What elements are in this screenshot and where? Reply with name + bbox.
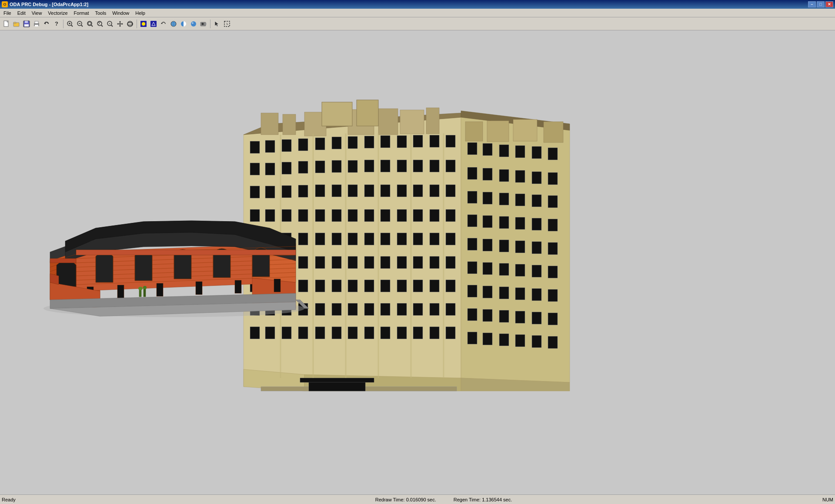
svg-rect-223 — [499, 287, 509, 299]
svg-rect-69 — [265, 140, 275, 153]
zoom-out-button[interactable] — [75, 19, 85, 29]
svg-rect-127 — [364, 233, 374, 245]
svg-point-42 — [191, 21, 196, 27]
menu-view[interactable]: View — [29, 10, 45, 17]
svg-rect-5 — [25, 21, 28, 23]
close-button[interactable]: ✕ — [825, 1, 833, 7]
svg-rect-87 — [348, 160, 357, 172]
zoom-realtime-button[interactable]: + — [105, 19, 115, 29]
globe-button[interactable] — [169, 19, 178, 29]
window-controls[interactable]: − □ ✕ — [808, 1, 833, 7]
zoom-in-button[interactable] — [65, 19, 75, 29]
svg-point-34 — [142, 22, 145, 26]
svg-marker-29 — [122, 23, 123, 25]
svg-marker-26 — [119, 21, 121, 22]
svg-rect-214 — [548, 242, 558, 255]
select-button[interactable] — [212, 19, 222, 29]
svg-marker-49 — [227, 23, 228, 25]
print-button[interactable] — [32, 19, 41, 29]
svg-rect-129 — [397, 233, 407, 245]
svg-rect-65 — [487, 121, 509, 142]
svg-rect-175 — [298, 327, 308, 339]
menu-window[interactable]: Window — [110, 10, 132, 17]
undo-button[interactable] — [42, 19, 51, 29]
svg-rect-62 — [322, 102, 352, 126]
ready-label: Ready — [2, 497, 16, 502]
status-bar: Ready Redraw Time: 0.016090 sec. Regen T… — [0, 494, 835, 504]
svg-rect-227 — [468, 308, 477, 321]
svg-rect-98 — [315, 185, 325, 197]
menu-format[interactable]: Format — [71, 10, 92, 17]
zoom-window-button[interactable] — [85, 19, 95, 29]
svg-rect-114 — [364, 209, 374, 222]
svg-rect-171 — [446, 303, 455, 315]
svg-rect-157 — [430, 280, 439, 292]
svg-point-43 — [192, 22, 194, 24]
svg-rect-168 — [397, 303, 407, 315]
svg-rect-222 — [483, 286, 492, 298]
svg-rect-186 — [483, 143, 492, 156]
status-timing: Redraw Time: 0.016090 sec. Regen Time: 1… — [89, 497, 798, 502]
svg-rect-200 — [515, 194, 525, 206]
shade2-button[interactable] — [189, 19, 198, 29]
svg-rect-232 — [548, 313, 558, 325]
canvas-area[interactable] — [0, 30, 835, 494]
shade1-button[interactable] — [179, 19, 188, 29]
svg-rect-172 — [250, 327, 260, 339]
title-bar: O ODA PRC Debug - [OdaPrcApp1:2] − □ ✕ — [0, 0, 835, 9]
svg-marker-45 — [206, 23, 207, 25]
orbit-button[interactable] — [125, 19, 135, 29]
menu-vectorize[interactable]: Vectorize — [45, 10, 70, 17]
help-button[interactable]: ? — [52, 19, 61, 29]
menu-file[interactable]: File — [1, 10, 14, 17]
menu-edit[interactable]: Edit — [15, 10, 28, 17]
redraw-time: Redraw Time: 0.016090 sec. — [375, 497, 436, 502]
svg-rect-149 — [298, 280, 308, 292]
svg-rect-225 — [532, 288, 541, 301]
svg-rect-116 — [397, 209, 407, 222]
svg-rect-236 — [515, 335, 525, 347]
svg-rect-91 — [413, 160, 423, 172]
svg-rect-179 — [364, 327, 374, 339]
svg-rect-145 — [446, 256, 455, 269]
svg-text:+: + — [109, 22, 110, 25]
svg-rect-210 — [483, 239, 492, 251]
svg-rect-216 — [483, 262, 492, 275]
zoom-extents-button[interactable] — [95, 19, 105, 29]
svg-rect-155 — [397, 280, 407, 292]
new-button[interactable] — [2, 19, 11, 29]
menu-help[interactable]: Help — [133, 10, 148, 17]
3dview-button[interactable] — [149, 19, 158, 29]
svg-rect-166 — [364, 303, 374, 315]
svg-line-25 — [111, 25, 113, 27]
toolbar-group-zoom: + — [65, 19, 135, 29]
save-button[interactable] — [22, 19, 31, 29]
maximize-button[interactable]: □ — [817, 1, 825, 7]
svg-rect-83 — [282, 162, 291, 174]
camera-button[interactable] — [199, 19, 208, 29]
svg-rect-150 — [315, 280, 325, 292]
render-button[interactable] — [139, 19, 148, 29]
svg-rect-158 — [446, 280, 455, 292]
minimize-button[interactable]: − — [808, 1, 816, 7]
svg-rect-191 — [468, 167, 477, 179]
svg-rect-119 — [446, 209, 455, 222]
svg-rect-177 — [332, 327, 341, 339]
menu-tools[interactable]: Tools — [92, 10, 109, 17]
svg-point-290 — [143, 286, 147, 289]
open-button[interactable] — [12, 19, 21, 29]
svg-rect-229 — [499, 310, 509, 322]
svg-rect-143 — [413, 256, 423, 269]
select-window-button[interactable] — [222, 19, 232, 29]
svg-rect-215 — [468, 262, 477, 274]
window-title: ODA PRC Debug - [OdaPrcApp1:2] — [10, 2, 88, 7]
svg-rect-88 — [364, 160, 374, 172]
pan-button[interactable] — [115, 19, 125, 29]
svg-marker-28 — [117, 23, 118, 25]
svg-rect-205 — [499, 216, 509, 229]
svg-rect-138 — [332, 256, 341, 269]
svg-rect-174 — [282, 327, 291, 339]
svg-rect-183 — [430, 327, 439, 339]
redraw-button[interactable] — [159, 19, 168, 29]
svg-rect-113 — [348, 209, 357, 222]
